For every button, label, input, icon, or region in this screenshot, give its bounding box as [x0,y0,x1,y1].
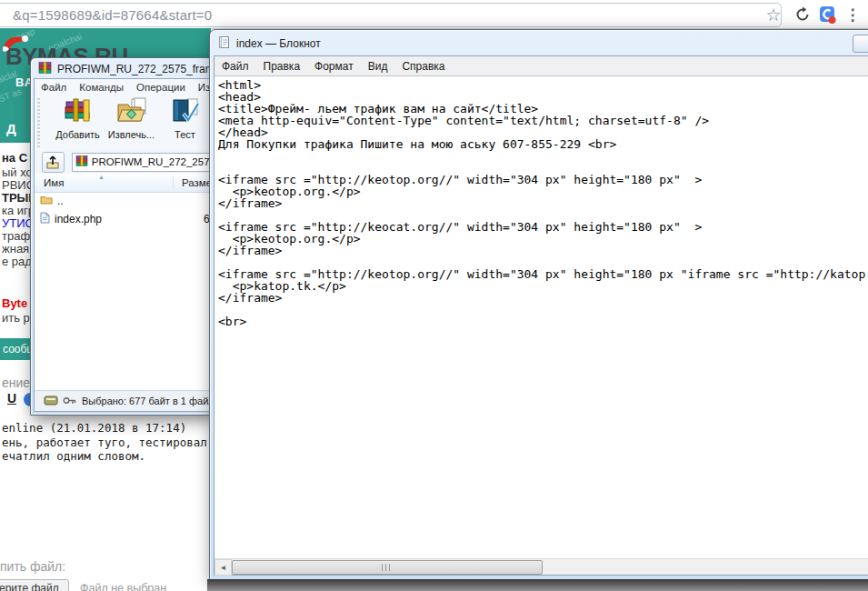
column-header-size[interactable]: Размер [182,177,212,188]
folder-icon [40,195,53,207]
file-name: index.php [55,213,102,225]
notepad-app-icon [217,35,231,52]
winrar-menubar: Файл Команды Операции Избранное [35,79,212,96]
choose-file-button[interactable]: ерите файл [0,579,69,591]
refresh-icon[interactable] [793,5,813,25]
add-archive-icon [63,97,94,128]
winrar-file-list: ▲ Имя Размер .. [35,174,212,391]
winrar-archive-icon [75,155,88,168]
notepad-titlebar[interactable]: index — Блокнот [217,35,321,52]
notepad-menu-file[interactable]: Файл [215,60,256,73]
up-directory-button[interactable] [42,152,65,173]
winrar-toolbar: Добавить Извлечь... [35,95,212,151]
background-dark-strip [207,579,868,591]
site-nav-letter: Д [6,121,16,136]
notepad-text-area[interactable]: <html> <head> <title>Фрейм- льем трафик … [215,75,868,559]
file-icon [40,212,50,226]
scroll-left-arrow[interactable]: ◄ [215,559,232,576]
extension-icon[interactable] [817,5,837,25]
browser-toolbar: &q=1598689&id=87664&start=0 ☆ ⋮ [0,0,868,29]
winrar-title-text: PROFIWM_RU_272_2575_frame. [57,63,224,75]
file-name: .. [57,195,64,207]
disk-icon [44,396,58,407]
reply-label: ение: [2,376,34,390]
bookmark-star-icon[interactable]: ☆ [763,5,783,25]
notepad-title-text: index — Блокнот [236,37,321,50]
underline-format-button[interactable]: U [7,391,16,406]
page-text-fragment: траф [2,229,30,243]
santa-hat-icon [1,31,32,56]
notepad-menu-format[interactable]: Формат [307,60,361,73]
screen: &q=1598689&id=87664&start=0 ☆ ⋮ escap ec… [0,0,868,591]
notepad-menubar: Файл Правка Формат Вид Справка [215,56,868,75]
extract-button-label: Извлечь... [108,129,155,140]
winrar-menu-file[interactable]: Файл [35,82,73,93]
minimize-button[interactable] [853,35,868,53]
add-button-label: Добавить [55,129,100,140]
winrar-statusbar: Выбрано: 677 байт в 1 файле [35,390,212,411]
scrollbar-thumb[interactable] [232,560,543,575]
sort-ascending-icon: ▲ [98,174,105,180]
test-icon [170,97,201,128]
address-bar-url[interactable]: &q=1598689&id=87664&start=0 [13,7,212,23]
test-button[interactable]: Тест [158,95,212,148]
selection-status-text: Выбрано: 677 байт в 1 файле [82,396,213,406]
notepad-menu-view[interactable]: Вид [361,60,395,73]
winrar-menu-operations[interactable]: Операции [130,82,192,93]
notepad-menu-help[interactable]: Справка [394,60,452,73]
file-list-header: ▲ Имя Размер [35,174,212,193]
scrollbar-grip [382,564,393,571]
key-icon [63,396,76,406]
horizontal-scrollbar[interactable]: ◄ [215,558,868,575]
notepad-client-area: Файл Правка Формат Вид Справка <html> <h… [214,55,868,576]
add-to-archive-button[interactable]: Добавить [51,95,105,148]
toolbar-grip [37,98,40,147]
forum-quote-line: enline (21.01.2018 в 17:14) [2,421,186,435]
extract-icon [116,97,147,128]
file-row-indexphp[interactable]: index.php 677 [35,210,212,228]
forum-quote-line: ень, работает туго, тестировал.. [2,436,211,449]
notepad-menu-edit[interactable]: Правка [256,60,308,73]
browser-menu-icon[interactable]: ⋮ [843,5,863,25]
notepad-document-text[interactable]: <html> <head> <title>Фрейм- льем трафик … [215,76,868,327]
column-header-name[interactable]: Имя [44,177,64,188]
column-divider[interactable] [173,175,174,190]
winrar-menu-commands[interactable]: Команды [73,82,130,93]
archive-path-combobox[interactable]: PROFIWM_RU_272_2575_frame [72,153,212,172]
no-file-chosen-label: Файл не выбран [80,582,166,591]
winrar-titlebar[interactable]: PROFIWM_RU_272_2575_frame. [38,62,224,76]
notepad-window[interactable]: index — Блокнот Файл Правка Формат Вид С… [209,29,868,581]
winrar-window[interactable]: PROFIWM_RU_272_2575_frame. Файл Команды … [30,57,214,416]
test-button-label: Тест [175,129,195,140]
winrar-address-row: PROFIWM_RU_272_2575_frame [35,150,212,174]
winrar-client-area: Файл Команды Операции Избранное [34,78,213,412]
file-row-updir[interactable]: .. [35,192,212,210]
winrar-app-icon [38,62,52,76]
forum-quote-line: ечатлил одним словом. [2,449,145,463]
archive-path-text: PROFIWM_RU_272_2575_frame [92,156,212,167]
attach-file-label: пить файл: [0,559,65,574]
page-text-fragment: Byte [2,296,27,310]
extract-button[interactable]: Извлечь... [105,95,158,148]
page-text-fragment: на С [2,151,27,165]
